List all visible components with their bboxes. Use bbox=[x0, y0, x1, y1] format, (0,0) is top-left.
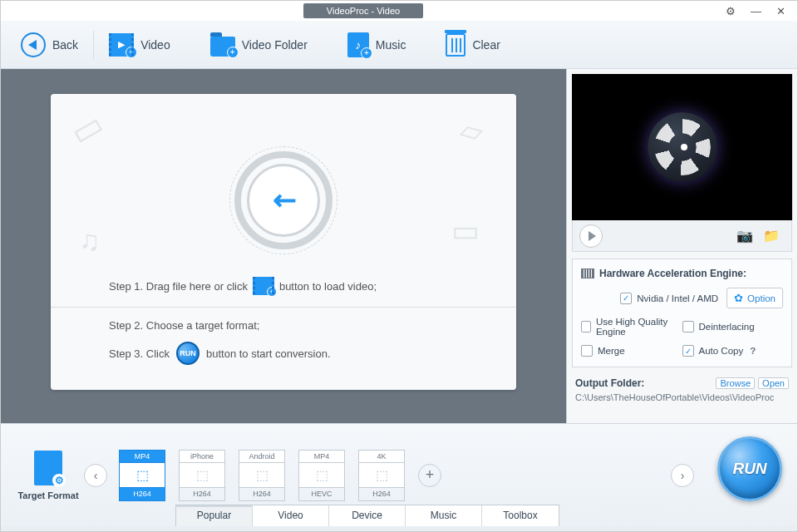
autocopy-help[interactable]: ? bbox=[750, 346, 756, 356]
settings-gear-icon[interactable]: ⚙ bbox=[726, 5, 736, 17]
chip-icon bbox=[581, 268, 594, 278]
format-top: iPhone bbox=[179, 450, 225, 463]
format-top: MP4 bbox=[298, 450, 345, 463]
checkbox-icon bbox=[581, 321, 591, 332]
format-bot: HEVC bbox=[298, 488, 345, 501]
mini-video-icon: + bbox=[253, 277, 274, 295]
format-mid-icon: ⬚ bbox=[298, 463, 345, 488]
toolbar: Back ▶+ Video + Video Folder ♪+ Music Cl… bbox=[1, 21, 797, 69]
step2-row: Step 2. Choose a target format; bbox=[109, 319, 458, 332]
tab-device[interactable]: Device bbox=[329, 505, 406, 526]
avi-watermark-icon: ▱ bbox=[457, 111, 486, 149]
merge-checkbox[interactable]: Merge bbox=[581, 345, 682, 357]
step3a: Step 3. Click bbox=[109, 347, 170, 360]
back-label: Back bbox=[52, 38, 78, 52]
side-panel: 📷 📁 Hardware Acceleration Engine: ✓ Nvid… bbox=[566, 69, 797, 423]
format-next-button[interactable]: › bbox=[671, 464, 694, 487]
clear-label: Clear bbox=[472, 38, 500, 52]
back-button[interactable]: Back bbox=[12, 29, 86, 61]
format-mid-icon: ⬚ bbox=[358, 463, 405, 488]
open-button[interactable]: Open bbox=[758, 377, 789, 389]
back-arrow-icon bbox=[21, 32, 46, 57]
reel-logo-icon bbox=[648, 112, 717, 182]
output-top: Output Folder: Browse Open bbox=[575, 377, 789, 389]
deinterlacing-checkbox[interactable]: Deinterlacing bbox=[682, 317, 784, 337]
deint-label: Deinterlacing bbox=[699, 322, 755, 332]
separator bbox=[93, 31, 94, 59]
hw-title: Hardware Acceleration Engine: bbox=[581, 268, 783, 279]
minimize-icon[interactable]: — bbox=[751, 5, 761, 17]
play-button[interactable] bbox=[579, 224, 603, 248]
video-folder-label: Video Folder bbox=[242, 38, 308, 52]
browse-button[interactable]: Browse bbox=[716, 377, 755, 389]
note-watermark-icon: ♫ bbox=[79, 224, 101, 257]
upload-arrow-icon: ↖ bbox=[264, 180, 303, 220]
hq-label: Use High Quality Engine bbox=[596, 317, 682, 337]
format-strip: Target Format ‹ MP4 ⬚ H264iPhone ⬚ H264A… bbox=[1, 423, 797, 526]
format-top: Android bbox=[239, 450, 285, 463]
autocopy-checkbox[interactable]: ✓ Auto Copy ? bbox=[682, 345, 784, 357]
hw-title-text: Hardware Acceleration Engine: bbox=[599, 268, 746, 279]
hw-grid: Use High Quality Engine Deinterlacing Me… bbox=[581, 317, 783, 357]
option-button[interactable]: ✿ Option bbox=[727, 288, 783, 308]
nvidia-checkbox[interactable]: ✓ Nvidia / Intel / AMD bbox=[620, 293, 718, 304]
tab-toolbox[interactable]: Toolbox bbox=[482, 505, 559, 526]
tab-video[interactable]: Video bbox=[253, 505, 329, 526]
run-button[interactable]: RUN bbox=[717, 436, 782, 501]
add-video-button[interactable]: ▶+ Video bbox=[101, 30, 179, 60]
step1a: Step 1. Drag file here or click bbox=[109, 280, 248, 293]
format-mid-icon: ⬚ bbox=[179, 463, 225, 488]
run-badge-icon: RUN bbox=[176, 342, 200, 365]
merge-label: Merge bbox=[598, 346, 625, 356]
target-format[interactable]: Target Format bbox=[12, 451, 84, 500]
gear-icon: ✿ bbox=[734, 292, 743, 304]
format-prev-button[interactable]: ‹ bbox=[84, 464, 107, 487]
hw-row1: ✓ Nvidia / Intel / AMD ✿ Option bbox=[581, 288, 783, 308]
main-area: ▭ ▱ ♫ ▭ ↖ Step 1. Drag file here or clic… bbox=[1, 69, 797, 423]
format-top: MP4 bbox=[119, 450, 165, 463]
format-card-android-h264[interactable]: Android ⬚ H264 bbox=[239, 450, 285, 501]
output-path: C:\Users\TheHouseOfPortable\Videos\Video… bbox=[575, 392, 789, 402]
add-video-folder-button[interactable]: + Video Folder bbox=[202, 30, 316, 60]
format-card-4k-h264[interactable]: 4K ⬚ H264 bbox=[358, 450, 405, 501]
step1b: button to load video; bbox=[279, 280, 377, 293]
format-bot: H264 bbox=[358, 488, 405, 501]
trash-icon bbox=[446, 33, 466, 57]
autocopy-label: Auto Copy bbox=[699, 346, 744, 356]
format-card-mp4-h264[interactable]: MP4 ⬚ H264 bbox=[119, 450, 165, 501]
format-bot: H264 bbox=[179, 488, 225, 501]
drop-card: ▭ ▱ ♫ ▭ ↖ Step 1. Drag file here or clic… bbox=[51, 94, 516, 390]
step1-text: Step 1. Drag file here or click + button… bbox=[109, 277, 377, 295]
hq-checkbox[interactable]: Use High Quality Engine bbox=[581, 317, 682, 337]
drop-area[interactable]: ▭ ▱ ♫ ▭ ↖ Step 1. Drag file here or clic… bbox=[1, 69, 566, 423]
format-top: 4K bbox=[358, 450, 405, 463]
target-format-icon bbox=[34, 451, 62, 485]
add-music-button[interactable]: ♪+ Music bbox=[339, 29, 415, 61]
preview-bar: 📷 📁 bbox=[572, 220, 792, 252]
open-folder-icon[interactable]: 📁 bbox=[758, 228, 785, 244]
format-card-iphone-h264[interactable]: iPhone ⬚ H264 bbox=[179, 450, 225, 501]
format-list: MP4 ⬚ H264iPhone ⬚ H264Android ⬚ H264MP4… bbox=[107, 450, 671, 501]
drop-target-circle[interactable]: ↖ bbox=[229, 146, 337, 254]
checkbox-icon: ✓ bbox=[682, 345, 694, 357]
nvidia-label: Nvidia / Intel / AMD bbox=[637, 293, 718, 303]
target-format-label: Target Format bbox=[17, 490, 78, 500]
step2: Step 2. Choose a target format; bbox=[109, 319, 259, 332]
add-format-button[interactable]: + bbox=[418, 464, 441, 487]
format-card-mp4-hevc[interactable]: MP4 ⬚ HEVC bbox=[298, 450, 345, 501]
close-icon[interactable]: ✕ bbox=[776, 5, 786, 17]
format-mid-icon: ⬚ bbox=[119, 463, 165, 488]
tab-music[interactable]: Music bbox=[406, 505, 482, 526]
tab-popular[interactable]: Popular bbox=[176, 505, 253, 526]
checkbox-icon: ✓ bbox=[620, 293, 632, 304]
snapshot-camera-icon[interactable]: 📷 bbox=[732, 228, 758, 244]
output-title: Output Folder: bbox=[575, 377, 712, 389]
preview-pane bbox=[572, 74, 792, 220]
window-title: VideoProc - Video bbox=[303, 3, 423, 18]
video-icon: ▶+ bbox=[109, 33, 134, 57]
video-label: Video bbox=[140, 38, 170, 52]
clear-button[interactable]: Clear bbox=[437, 30, 508, 60]
format-tabs: PopularVideoDeviceMusicToolbox bbox=[175, 505, 559, 526]
ipod-watermark-icon: ▭ bbox=[451, 214, 480, 249]
option-label: Option bbox=[747, 293, 776, 303]
